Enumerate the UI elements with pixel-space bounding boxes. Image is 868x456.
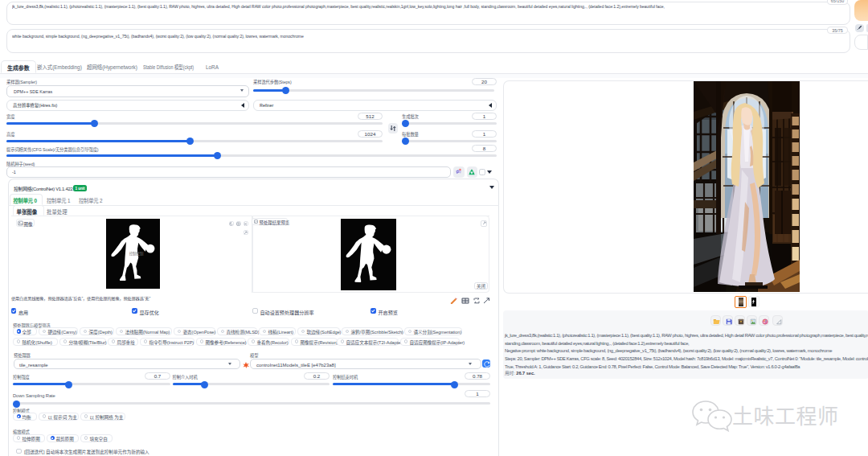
svg-text:控制绘制: 控制绘制 xyxy=(129,251,144,257)
